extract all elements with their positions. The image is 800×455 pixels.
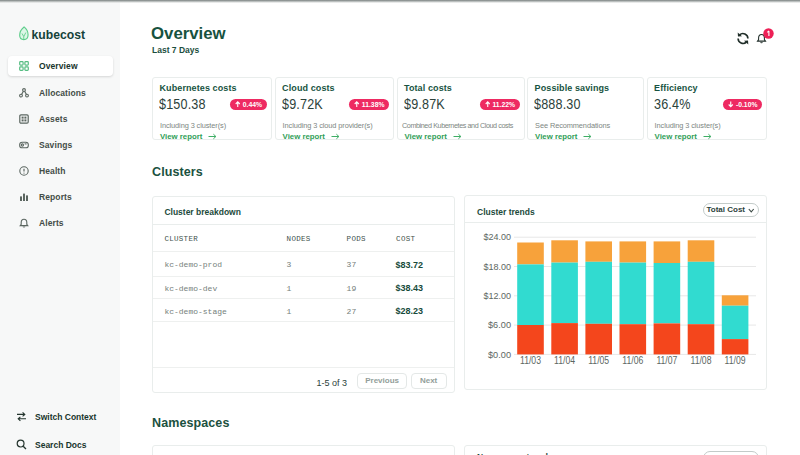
svg-text:$6.00: $6.00 [488, 319, 511, 330]
svg-text:$12.00: $12.00 [484, 290, 512, 301]
svg-text:$18.00: $18.00 [484, 261, 512, 272]
svg-text:11/03: 11/03 [520, 355, 541, 366]
svg-text:11/07: 11/07 [656, 355, 677, 366]
svg-text:11/05: 11/05 [588, 355, 609, 366]
svg-text:11/06: 11/06 [622, 355, 643, 366]
svg-text:11/04: 11/04 [554, 355, 575, 366]
svg-text:$24.00: $24.00 [484, 231, 512, 242]
svg-text:11/08: 11/08 [691, 355, 712, 366]
svg-text:$0.00: $0.00 [488, 349, 511, 360]
svg-text:11/09: 11/09 [725, 355, 746, 366]
